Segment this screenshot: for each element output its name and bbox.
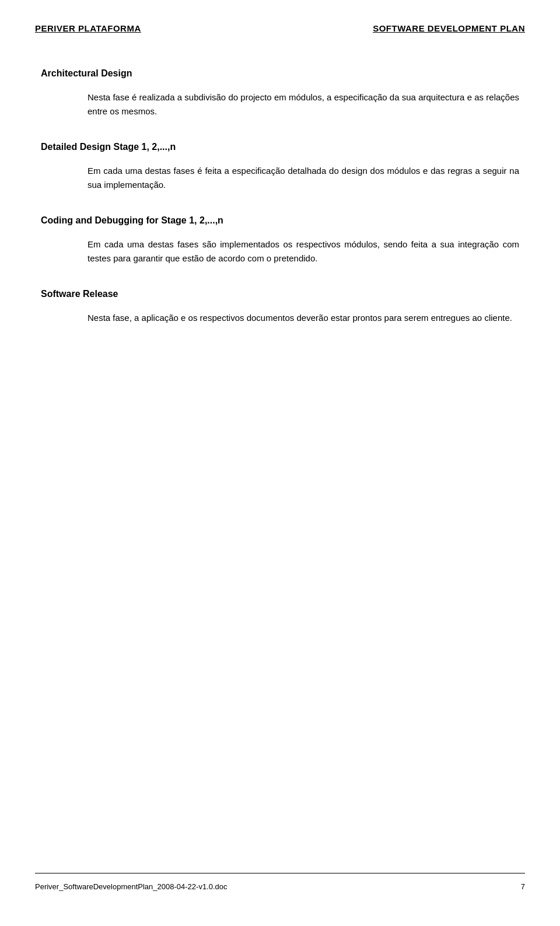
section-architectural-design: Architectural Design Nesta fase é realiz… [41,68,519,118]
section-title-architectural-design: Architectural Design [41,68,519,79]
page-header: PERIVER PLATAFORMA SOFTWARE DEVELOPMENT … [35,23,525,33]
page: PERIVER PLATAFORMA SOFTWARE DEVELOPMENT … [0,0,560,926]
section-coding-debugging: Coding and Debugging for Stage 1, 2,...,… [41,215,519,265]
section-detailed-design: Detailed Design Stage 1, 2,...,n Em cada… [41,142,519,192]
section-body-architectural-design: Nesta fase é realizada a subdivisão do p… [41,90,519,118]
section-body-coding-debugging: Em cada uma destas fases são implementad… [41,237,519,265]
section-title-software-release: Software Release [41,289,519,299]
section-title-detailed-design: Detailed Design Stage 1, 2,...,n [41,142,519,152]
section-body-detailed-design: Em cada uma destas fases é feita a espec… [41,164,519,192]
footer-page-number: 7 [521,882,525,891]
section-title-coding-debugging: Coding and Debugging for Stage 1, 2,...,… [41,215,519,226]
document-title: SOFTWARE DEVELOPMENT PLAN [373,23,525,33]
company-name: PERIVER PLATAFORMA [35,23,141,33]
section-software-release: Software Release Nesta fase, a aplicação… [41,289,519,325]
section-body-software-release: Nesta fase, a aplicação e os respectivos… [41,311,519,325]
page-footer: Periver_SoftwareDevelopmentPlan_2008-04-… [35,873,525,891]
footer-filename: Periver_SoftwareDevelopmentPlan_2008-04-… [35,882,228,891]
page-content: Architectural Design Nesta fase é realiz… [35,62,525,873]
